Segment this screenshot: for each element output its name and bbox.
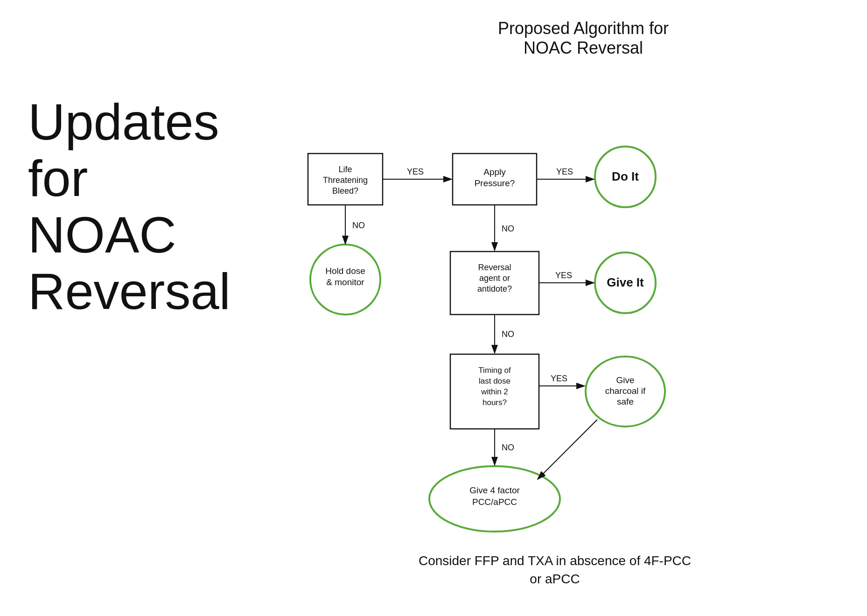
svg-text:agent or: agent or <box>479 273 510 283</box>
flowchart-svg: Life Threatening Bleed? Apply Pressure? … <box>271 72 821 562</box>
svg-text:Apply: Apply <box>483 167 506 177</box>
svg-text:NO: NO <box>352 221 365 230</box>
svg-text:Give 4 factor: Give 4 factor <box>469 485 520 495</box>
title-line2: NOAC <box>28 206 252 263</box>
svg-text:Reversal: Reversal <box>478 263 511 272</box>
svg-text:last dose: last dose <box>479 377 510 385</box>
svg-text:within 2: within 2 <box>481 387 508 396</box>
diagram-area: Proposed Algorithm for NOAC Reversal Lif… <box>271 19 840 588</box>
svg-text:YES: YES <box>556 167 573 176</box>
svg-text:Hold dose: Hold dose <box>325 266 365 276</box>
svg-text:NO: NO <box>502 443 514 452</box>
node-reversal-agent <box>450 252 539 315</box>
svg-text:Give It: Give It <box>607 275 644 289</box>
footnote: Consider FFP and TXA in abscence of 4F-P… <box>271 552 839 588</box>
svg-text:NO: NO <box>502 329 514 339</box>
title-line3: Reversal <box>28 263 252 319</box>
svg-text:Threatening: Threatening <box>323 175 368 185</box>
page: Updates for NOAC Reversal Proposed Algor… <box>0 0 867 616</box>
svg-text:YES: YES <box>407 167 424 176</box>
svg-text:Pressure?: Pressure? <box>475 178 515 188</box>
svg-text:Life: Life <box>338 165 352 174</box>
title-line1: Updates for <box>28 93 252 206</box>
svg-text:antidote?: antidote? <box>477 284 512 294</box>
svg-line-38 <box>538 420 597 479</box>
svg-text:charcoal if: charcoal if <box>605 386 646 396</box>
svg-text:hours?: hours? <box>482 398 507 407</box>
svg-text:YES: YES <box>555 271 572 280</box>
svg-text:Give: Give <box>616 375 634 385</box>
page-title: Updates for NOAC Reversal <box>28 93 252 319</box>
svg-text:Do It: Do It <box>612 169 639 183</box>
diagram-title: Proposed Algorithm for NOAC Reversal <box>327 19 840 58</box>
svg-text:& monitor: & monitor <box>326 277 364 287</box>
svg-text:PCC/aPCC: PCC/aPCC <box>472 497 517 507</box>
svg-text:safe: safe <box>617 397 634 406</box>
svg-text:Bleed?: Bleed? <box>332 186 358 196</box>
svg-text:Timing of: Timing of <box>478 366 511 375</box>
svg-text:YES: YES <box>551 374 567 383</box>
svg-text:NO: NO <box>502 224 514 233</box>
